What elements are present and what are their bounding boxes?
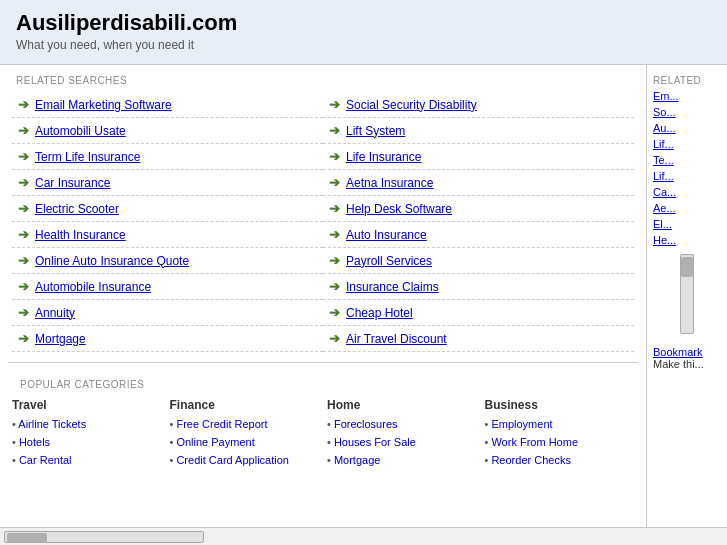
right-panel-link[interactable]: Te... bbox=[653, 154, 721, 166]
bookmark-link[interactable]: Bookmark bbox=[653, 346, 721, 358]
scrollbar-thumb-horiz[interactable] bbox=[7, 533, 47, 543]
list-item: ➔ Health Insurance bbox=[12, 222, 323, 248]
search-link[interactable]: Electric Scooter bbox=[35, 202, 119, 216]
category-link[interactable]: Work From Home bbox=[491, 436, 578, 448]
search-link[interactable]: Social Security Disability bbox=[346, 98, 477, 112]
arrow-icon: ➔ bbox=[18, 149, 29, 164]
arrow-icon: ➔ bbox=[18, 97, 29, 112]
search-col-left: ➔ Email Marketing Software ➔ Automobili … bbox=[12, 92, 323, 352]
list-item: ➔ Payroll Services bbox=[323, 248, 634, 274]
category-link[interactable]: Reorder Checks bbox=[491, 454, 570, 466]
list-item: Online Payment bbox=[170, 434, 320, 449]
category-link[interactable]: Hotels bbox=[19, 436, 50, 448]
list-item: ➔ Car Insurance bbox=[12, 170, 323, 196]
search-link[interactable]: Health Insurance bbox=[35, 228, 126, 242]
search-link[interactable]: Automobile Insurance bbox=[35, 280, 151, 294]
arrow-icon: ➔ bbox=[18, 305, 29, 320]
right-panel-link[interactable]: Au... bbox=[653, 122, 721, 134]
related-searches-grid: ➔ Email Marketing Software ➔ Automobili … bbox=[12, 92, 634, 352]
category-link[interactable]: Mortgage bbox=[334, 454, 380, 466]
list-item: Car Rental bbox=[12, 452, 162, 467]
category-link[interactable]: Employment bbox=[491, 418, 552, 430]
list-item: ➔ Social Security Disability bbox=[323, 92, 634, 118]
list-item: ➔ Lift System bbox=[323, 118, 634, 144]
search-link[interactable]: Cheap Hotel bbox=[346, 306, 413, 320]
category-link[interactable]: Online Payment bbox=[176, 436, 254, 448]
search-link[interactable]: Payroll Services bbox=[346, 254, 432, 268]
category-finance-label: Finance bbox=[170, 398, 320, 412]
arrow-icon: ➔ bbox=[18, 123, 29, 138]
category-travel-label: Travel bbox=[12, 398, 162, 412]
search-link[interactable]: Auto Insurance bbox=[346, 228, 427, 242]
search-link[interactable]: Mortgage bbox=[35, 332, 86, 346]
category-home: Home Foreclosures Houses For Sale Mortga… bbox=[327, 398, 477, 470]
search-link[interactable]: Annuity bbox=[35, 306, 75, 320]
search-link[interactable]: Automobili Usate bbox=[35, 124, 126, 138]
search-link[interactable]: Car Insurance bbox=[35, 176, 110, 190]
header: Ausiliperdisabili.com What you need, whe… bbox=[0, 0, 727, 65]
arrow-icon: ➔ bbox=[18, 227, 29, 242]
right-panel-link[interactable]: El... bbox=[653, 218, 721, 230]
list-item: ➔ Annuity bbox=[12, 300, 323, 326]
main-content: RELATED SEARCHES ➔ Email Marketing Softw… bbox=[0, 65, 647, 527]
category-business: Business Employment Work From Home Reord… bbox=[485, 398, 635, 470]
search-link[interactable]: Insurance Claims bbox=[346, 280, 439, 294]
list-item: ➔ Email Marketing Software bbox=[12, 92, 323, 118]
category-business-label: Business bbox=[485, 398, 635, 412]
site-subtitle: What you need, when you need it bbox=[16, 38, 711, 52]
category-link[interactable]: Free Credit Report bbox=[176, 418, 267, 430]
list-item: ➔ Automobile Insurance bbox=[12, 274, 323, 300]
list-item: ➔ Auto Insurance bbox=[323, 222, 634, 248]
arrow-icon: ➔ bbox=[329, 175, 340, 190]
search-link[interactable]: Term Life Insurance bbox=[35, 150, 140, 164]
list-item: Employment bbox=[485, 416, 635, 431]
scrollbar-thumb[interactable] bbox=[681, 257, 693, 277]
list-item: Reorder Checks bbox=[485, 452, 635, 467]
list-item: ➔ Electric Scooter bbox=[12, 196, 323, 222]
right-panel-link[interactable]: Lif... bbox=[653, 170, 721, 182]
list-item: Mortgage bbox=[327, 452, 477, 467]
arrow-icon: ➔ bbox=[329, 253, 340, 268]
arrow-icon: ➔ bbox=[329, 227, 340, 242]
category-link[interactable]: Airline Tickets bbox=[18, 418, 86, 430]
right-panel-link[interactable]: He... bbox=[653, 234, 721, 246]
search-link[interactable]: Aetna Insurance bbox=[346, 176, 433, 190]
list-item: Houses For Sale bbox=[327, 434, 477, 449]
category-link[interactable]: Car Rental bbox=[19, 454, 72, 466]
right-panel-link[interactable]: Em... bbox=[653, 90, 721, 102]
bottom-scrollbar-area bbox=[0, 527, 727, 545]
list-item: ➔ Life Insurance bbox=[323, 144, 634, 170]
search-link[interactable]: Online Auto Insurance Quote bbox=[35, 254, 189, 268]
right-panel-link[interactable]: So... bbox=[653, 106, 721, 118]
right-panel: RELATED Em... So... Au... Lif... Te... L… bbox=[647, 65, 727, 527]
horizontal-scrollbar[interactable] bbox=[4, 531, 204, 543]
list-item: ➔ Online Auto Insurance Quote bbox=[12, 248, 323, 274]
arrow-icon: ➔ bbox=[329, 149, 340, 164]
right-panel-label: RELATED bbox=[653, 75, 721, 86]
search-link[interactable]: Email Marketing Software bbox=[35, 98, 172, 112]
section-divider bbox=[8, 362, 638, 363]
bookmark-box: Bookmark Make thi... bbox=[653, 346, 721, 370]
category-finance: Finance Free Credit Report Online Paymen… bbox=[170, 398, 320, 470]
search-link[interactable]: Life Insurance bbox=[346, 150, 421, 164]
search-link[interactable]: Air Travel Discount bbox=[346, 332, 447, 346]
arrow-icon: ➔ bbox=[18, 279, 29, 294]
list-item: Foreclosures bbox=[327, 416, 477, 431]
search-link[interactable]: Lift System bbox=[346, 124, 405, 138]
category-link[interactable]: Credit Card Application bbox=[176, 454, 289, 466]
search-col-right: ➔ Social Security Disability ➔ Lift Syst… bbox=[323, 92, 634, 352]
related-searches-section: RELATED SEARCHES ➔ Email Marketing Softw… bbox=[8, 75, 638, 352]
right-panel-link[interactable]: Lif... bbox=[653, 138, 721, 150]
category-link[interactable]: Houses For Sale bbox=[334, 436, 416, 448]
right-panel-link[interactable]: Ca... bbox=[653, 186, 721, 198]
vertical-scrollbar[interactable] bbox=[680, 254, 694, 334]
right-panel-link[interactable]: Ae... bbox=[653, 202, 721, 214]
site-title: Ausiliperdisabili.com bbox=[16, 10, 711, 36]
category-link[interactable]: Foreclosures bbox=[334, 418, 398, 430]
list-item: ➔ Aetna Insurance bbox=[323, 170, 634, 196]
list-item: ➔ Term Life Insurance bbox=[12, 144, 323, 170]
categories-grid: Travel Airline Tickets Hotels Car Rental… bbox=[12, 398, 634, 470]
list-item: Free Credit Report bbox=[170, 416, 320, 431]
search-link[interactable]: Help Desk Software bbox=[346, 202, 452, 216]
list-item: ➔ Cheap Hotel bbox=[323, 300, 634, 326]
